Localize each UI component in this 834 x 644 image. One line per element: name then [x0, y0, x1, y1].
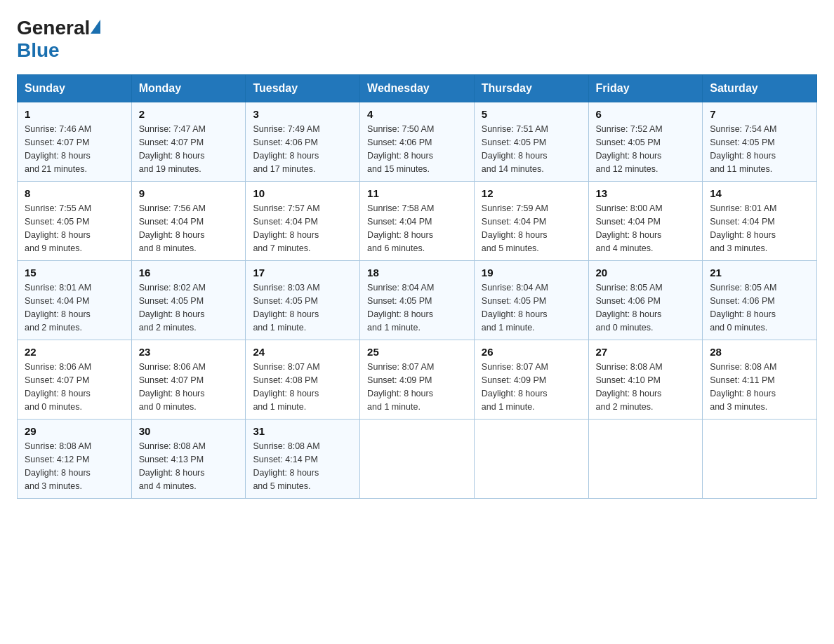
calendar-week-row: 22 Sunrise: 8:06 AMSunset: 4:07 PMDaylig…: [18, 340, 817, 420]
day-number: 27: [596, 346, 696, 358]
day-info: Sunrise: 7:50 AMSunset: 4:06 PMDaylight:…: [367, 123, 467, 175]
calendar-cell: 28 Sunrise: 8:08 AMSunset: 4:11 PMDaylig…: [703, 340, 817, 420]
day-info: Sunrise: 8:01 AMSunset: 4:04 PMDaylight:…: [710, 202, 809, 255]
weekday-header-friday: Friday: [588, 75, 703, 102]
day-info: Sunrise: 7:56 AMSunset: 4:04 PMDaylight:…: [139, 202, 239, 255]
calendar-cell: 13 Sunrise: 8:00 AMSunset: 4:04 PMDaylig…: [588, 182, 703, 261]
page-header: General Blue: [17, 17, 817, 62]
day-number: 16: [139, 267, 239, 279]
day-info: Sunrise: 8:08 AMSunset: 4:11 PMDaylight:…: [710, 361, 809, 413]
calendar-cell: 12 Sunrise: 7:59 AMSunset: 4:04 PMDaylig…: [474, 182, 588, 261]
calendar-cell: 18 Sunrise: 8:04 AMSunset: 4:05 PMDaylig…: [360, 261, 475, 340]
calendar-cell: [474, 420, 588, 499]
day-number: 23: [139, 346, 239, 358]
calendar-cell: 27 Sunrise: 8:08 AMSunset: 4:10 PMDaylig…: [588, 340, 703, 420]
day-info: Sunrise: 8:04 AMSunset: 4:05 PMDaylight:…: [482, 281, 581, 334]
day-number: 1: [25, 108, 124, 120]
day-info: Sunrise: 7:55 AMSunset: 4:05 PMDaylight:…: [25, 202, 124, 255]
day-info: Sunrise: 8:08 AMSunset: 4:12 PMDaylight:…: [25, 440, 124, 492]
day-number: 26: [482, 346, 581, 358]
day-number: 2: [139, 108, 239, 120]
day-number: 12: [482, 187, 581, 199]
day-info: Sunrise: 8:07 AMSunset: 4:09 PMDaylight:…: [482, 361, 581, 413]
day-number: 15: [25, 267, 124, 279]
weekday-header-saturday: Saturday: [703, 75, 817, 102]
weekday-header-thursday: Thursday: [474, 75, 588, 102]
calendar-cell: 10 Sunrise: 7:57 AMSunset: 4:04 PMDaylig…: [246, 182, 360, 261]
day-number: 10: [253, 187, 352, 199]
day-info: Sunrise: 7:52 AMSunset: 4:05 PMDaylight:…: [596, 123, 696, 175]
calendar-cell: 29 Sunrise: 8:08 AMSunset: 4:12 PMDaylig…: [18, 420, 132, 499]
calendar-cell: 19 Sunrise: 8:04 AMSunset: 4:05 PMDaylig…: [474, 261, 588, 340]
day-number: 13: [596, 187, 696, 199]
calendar-week-row: 1 Sunrise: 7:46 AMSunset: 4:07 PMDayligh…: [18, 102, 817, 182]
day-number: 14: [710, 187, 809, 199]
calendar-cell: 31 Sunrise: 8:08 AMSunset: 4:14 PMDaylig…: [246, 420, 360, 499]
calendar-cell: 25 Sunrise: 8:07 AMSunset: 4:09 PMDaylig…: [360, 340, 475, 420]
day-number: 5: [482, 108, 581, 120]
day-info: Sunrise: 8:02 AMSunset: 4:05 PMDaylight:…: [139, 281, 239, 334]
calendar-cell: 8 Sunrise: 7:55 AMSunset: 4:05 PMDayligh…: [18, 182, 132, 261]
weekday-header-tuesday: Tuesday: [246, 75, 360, 102]
day-info: Sunrise: 8:06 AMSunset: 4:07 PMDaylight:…: [139, 361, 239, 413]
day-info: Sunrise: 7:47 AMSunset: 4:07 PMDaylight:…: [139, 123, 239, 175]
day-info: Sunrise: 7:51 AMSunset: 4:05 PMDaylight:…: [482, 123, 581, 175]
calendar-cell: 6 Sunrise: 7:52 AMSunset: 4:05 PMDayligh…: [588, 102, 703, 182]
day-info: Sunrise: 7:54 AMSunset: 4:05 PMDaylight:…: [710, 123, 809, 175]
day-info: Sunrise: 8:00 AMSunset: 4:04 PMDaylight:…: [596, 202, 696, 255]
day-number: 25: [367, 346, 467, 358]
logo-triangle-icon: [91, 20, 100, 34]
calendar-cell: 22 Sunrise: 8:06 AMSunset: 4:07 PMDaylig…: [18, 340, 132, 420]
calendar-cell: 20 Sunrise: 8:05 AMSunset: 4:06 PMDaylig…: [588, 261, 703, 340]
day-number: 29: [25, 425, 124, 437]
day-info: Sunrise: 8:07 AMSunset: 4:08 PMDaylight:…: [253, 361, 352, 413]
day-info: Sunrise: 7:49 AMSunset: 4:06 PMDaylight:…: [253, 123, 352, 175]
calendar-cell: 15 Sunrise: 8:01 AMSunset: 4:04 PMDaylig…: [18, 261, 132, 340]
calendar-cell: [360, 420, 475, 499]
day-number: 6: [596, 108, 696, 120]
calendar-cell: 5 Sunrise: 7:51 AMSunset: 4:05 PMDayligh…: [474, 102, 588, 182]
day-number: 17: [253, 267, 352, 279]
calendar-week-row: 8 Sunrise: 7:55 AMSunset: 4:05 PMDayligh…: [18, 182, 817, 261]
calendar-cell: 7 Sunrise: 7:54 AMSunset: 4:05 PMDayligh…: [703, 102, 817, 182]
calendar-cell: 26 Sunrise: 8:07 AMSunset: 4:09 PMDaylig…: [474, 340, 588, 420]
day-number: 11: [367, 187, 467, 199]
calendar-cell: 16 Sunrise: 8:02 AMSunset: 4:05 PMDaylig…: [131, 261, 246, 340]
logo: General Blue: [17, 17, 100, 62]
day-info: Sunrise: 8:05 AMSunset: 4:06 PMDaylight:…: [710, 281, 809, 334]
day-number: 4: [367, 108, 467, 120]
day-number: 21: [710, 267, 809, 279]
calendar-cell: [588, 420, 703, 499]
day-info: Sunrise: 8:08 AMSunset: 4:13 PMDaylight:…: [139, 440, 239, 492]
day-info: Sunrise: 8:01 AMSunset: 4:04 PMDaylight:…: [25, 281, 124, 334]
day-info: Sunrise: 7:46 AMSunset: 4:07 PMDaylight:…: [25, 123, 124, 175]
weekday-header-monday: Monday: [131, 75, 246, 102]
calendar-cell: 21 Sunrise: 8:05 AMSunset: 4:06 PMDaylig…: [703, 261, 817, 340]
calendar-cell: 11 Sunrise: 7:58 AMSunset: 4:04 PMDaylig…: [360, 182, 475, 261]
day-info: Sunrise: 8:03 AMSunset: 4:05 PMDaylight:…: [253, 281, 352, 334]
logo-blue: Blue: [17, 39, 60, 61]
calendar-cell: 24 Sunrise: 8:07 AMSunset: 4:08 PMDaylig…: [246, 340, 360, 420]
day-number: 8: [25, 187, 124, 199]
calendar-cell: 2 Sunrise: 7:47 AMSunset: 4:07 PMDayligh…: [131, 102, 246, 182]
day-info: Sunrise: 8:04 AMSunset: 4:05 PMDaylight:…: [367, 281, 467, 334]
calendar-cell: 14 Sunrise: 8:01 AMSunset: 4:04 PMDaylig…: [703, 182, 817, 261]
day-number: 19: [482, 267, 581, 279]
day-info: Sunrise: 8:05 AMSunset: 4:06 PMDaylight:…: [596, 281, 696, 334]
calendar-cell: 4 Sunrise: 7:50 AMSunset: 4:06 PMDayligh…: [360, 102, 475, 182]
weekday-header-sunday: Sunday: [18, 75, 132, 102]
day-info: Sunrise: 8:07 AMSunset: 4:09 PMDaylight:…: [367, 361, 467, 413]
calendar-table: SundayMondayTuesdayWednesdayThursdayFrid…: [17, 74, 817, 499]
day-number: 31: [253, 425, 352, 437]
day-number: 20: [596, 267, 696, 279]
calendar-week-row: 29 Sunrise: 8:08 AMSunset: 4:12 PMDaylig…: [18, 420, 817, 499]
day-number: 9: [139, 187, 239, 199]
calendar-cell: 17 Sunrise: 8:03 AMSunset: 4:05 PMDaylig…: [246, 261, 360, 340]
calendar-cell: 9 Sunrise: 7:56 AMSunset: 4:04 PMDayligh…: [131, 182, 246, 261]
calendar-cell: 23 Sunrise: 8:06 AMSunset: 4:07 PMDaylig…: [131, 340, 246, 420]
day-info: Sunrise: 8:08 AMSunset: 4:10 PMDaylight:…: [596, 361, 696, 413]
day-info: Sunrise: 7:59 AMSunset: 4:04 PMDaylight:…: [482, 202, 581, 255]
day-number: 3: [253, 108, 352, 120]
day-number: 18: [367, 267, 467, 279]
day-number: 22: [25, 346, 124, 358]
